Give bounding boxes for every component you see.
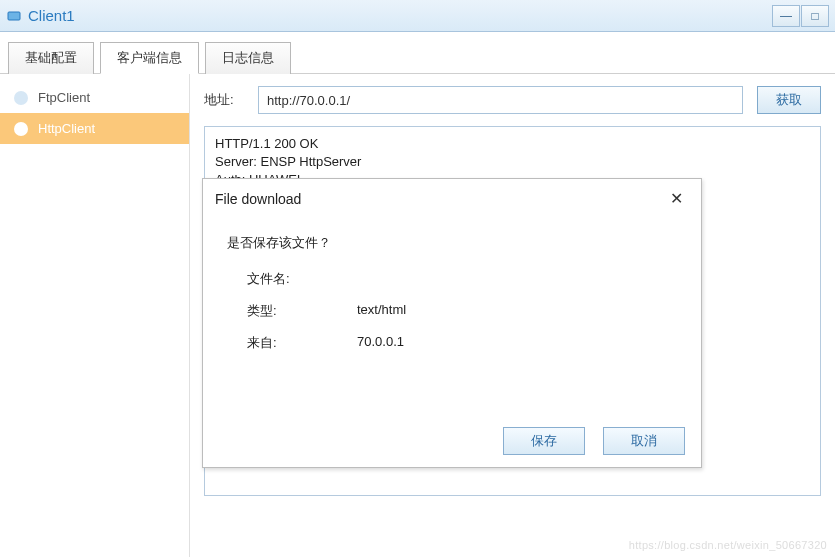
fetch-button[interactable]: 获取 (757, 86, 821, 114)
tab-log-info[interactable]: 日志信息 (205, 42, 291, 74)
address-row: 地址: 获取 (204, 86, 821, 114)
svg-rect-0 (8, 12, 20, 20)
dialog-buttons: 保存 取消 (503, 427, 685, 455)
sidebar-item-label: HttpClient (38, 121, 95, 136)
sidebar: FtpClient HttpClient (0, 74, 190, 557)
cancel-button[interactable]: 取消 (603, 427, 685, 455)
watermark: https://blog.csdn.net/weixin_50667320 (629, 539, 827, 551)
maximize-button[interactable]: □ (801, 5, 829, 27)
address-input[interactable] (258, 86, 743, 114)
dialog-body: 是否保存该文件？ 文件名: 类型: text/html 来自: 70.0.0.1 (203, 218, 701, 374)
from-label: 来自: (247, 334, 357, 352)
tab-client-info[interactable]: 客户端信息 (100, 42, 199, 74)
dialog-question: 是否保存该文件？ (227, 234, 677, 252)
filename-value (357, 270, 677, 288)
dialog-title-text: File download (215, 191, 301, 207)
dialog-row-from: 来自: 70.0.0.1 (227, 334, 677, 352)
type-label: 类型: (247, 302, 357, 320)
window-controls: — □ (772, 5, 829, 27)
sidebar-item-httpclient[interactable]: HttpClient (0, 113, 189, 144)
dialog-row-type: 类型: text/html (227, 302, 677, 320)
app-icon (6, 8, 22, 24)
titlebar: Client1 — □ (0, 0, 835, 32)
dialog-titlebar: File download ✕ (203, 179, 701, 218)
file-download-dialog: File download ✕ 是否保存该文件？ 文件名: 类型: text/h… (202, 178, 702, 468)
sidebar-item-ftpclient[interactable]: FtpClient (0, 82, 189, 113)
top-tabs: 基础配置 客户端信息 日志信息 (0, 32, 835, 74)
minimize-button[interactable]: — (772, 5, 800, 27)
response-line: HTTP/1.1 200 OK (215, 135, 810, 153)
filename-label: 文件名: (247, 270, 357, 288)
dot-icon (14, 122, 28, 136)
response-line: Server: ENSP HttpServer (215, 153, 810, 171)
tab-basic-config[interactable]: 基础配置 (8, 42, 94, 74)
sidebar-item-label: FtpClient (38, 90, 90, 105)
window-title: Client1 (28, 7, 75, 24)
save-button[interactable]: 保存 (503, 427, 585, 455)
from-value: 70.0.0.1 (357, 334, 677, 352)
dialog-row-filename: 文件名: (227, 270, 677, 288)
address-label: 地址: (204, 91, 244, 109)
close-icon[interactable]: ✕ (664, 187, 689, 210)
dot-icon (14, 91, 28, 105)
type-value: text/html (357, 302, 677, 320)
